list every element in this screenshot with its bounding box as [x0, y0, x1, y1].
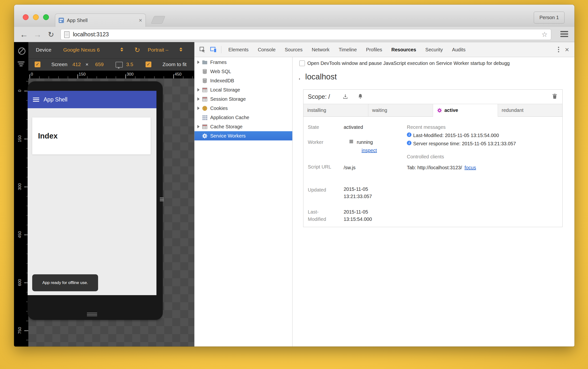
tab-console[interactable]: Console [253, 42, 280, 57]
lifecycle-active[interactable]: active [433, 104, 498, 117]
zoom-to-fit-label: Zoom to fit [163, 62, 186, 67]
profile-label: Person 1 [539, 15, 559, 20]
lifecycle-installing[interactable]: installing [303, 104, 368, 117]
dpr-field[interactable]: 3.5 [126, 62, 133, 67]
state-label: State [308, 123, 319, 131]
lifecycle-waiting[interactable]: waiting [368, 104, 433, 117]
lifecycle-tabs: installing waiting active [303, 104, 562, 117]
orientation-spinner-icon[interactable] [179, 47, 182, 52]
sidebar-item-application-cache[interactable]: Application Cache [195, 113, 292, 122]
script-url-value: /sw.js [344, 164, 356, 171]
storage-table-icon [202, 96, 208, 102]
trash-icon[interactable] [551, 93, 558, 100]
sidebar-item-session-storage[interactable]: Session Storage [195, 94, 292, 104]
screen-checkbox[interactable]: ✓ [35, 62, 41, 67]
browser-tab[interactable]: App Shell × [55, 14, 146, 27]
inspect-element-icon[interactable] [198, 46, 206, 54]
lifecycle-label: installing [307, 108, 326, 113]
screen-width-field[interactable]: 412 [72, 62, 81, 67]
forward-icon[interactable]: → [33, 27, 42, 42]
page-icon [64, 31, 70, 38]
sidebar-item-indexeddb[interactable]: IndexedDB [195, 76, 292, 85]
lifecycle-redundant[interactable]: redundant [498, 104, 563, 117]
sidebar-item-web-sql[interactable]: Web SQL [195, 67, 292, 76]
window-content: 0 150 300 450 600 750 Device Google Nexu… [14, 42, 574, 347]
updated-value: 2015-11-05 13:21:33.057 [344, 185, 387, 200]
devtools-menu-icon[interactable] [558, 46, 559, 53]
devtools-body: Frames Web SQL IndexedDB [195, 57, 574, 347]
media-queries-icon[interactable] [18, 62, 24, 67]
storage-table-icon [202, 87, 208, 93]
emulation-left-strip: 0 150 300 450 600 750 [14, 42, 28, 347]
sidebar-item-service-workers[interactable]: Service Workers [195, 131, 292, 140]
worker-status: running [357, 138, 373, 146]
disclosure-triangle-icon[interactable] [197, 97, 202, 101]
tab-close-icon[interactable]: × [139, 17, 142, 23]
chrome-menu-icon[interactable] [560, 31, 568, 38]
sidebar-item-frames[interactable]: Frames [195, 58, 292, 67]
zoom-to-fit-checkbox[interactable]: ✓ [145, 62, 151, 67]
profile-button[interactable]: Person 1 [534, 12, 565, 23]
sidebar-item-cookies[interactable]: Cookies [195, 104, 292, 113]
disclosure-triangle-icon[interactable] [197, 125, 202, 128]
h-ruler-label: 450 [175, 72, 181, 77]
device-resize-handle-icon[interactable] [160, 197, 164, 202]
tab-audits[interactable]: Audits [448, 42, 470, 57]
push-icon[interactable] [342, 93, 349, 100]
h-ruler-label: 150 [79, 72, 85, 77]
bell-icon[interactable] [357, 93, 363, 100]
v-ruler-label: 0 [17, 85, 22, 96]
device-model-select[interactable]: Google Nexus 6 [63, 47, 100, 53]
info-icon: i [407, 141, 412, 145]
device-bottom-handle-icon[interactable] [87, 312, 97, 317]
app-menu-icon[interactable] [33, 97, 39, 103]
bookmark-star-icon[interactable]: ☆ [542, 31, 547, 39]
orientation-select[interactable]: Portrait – [148, 47, 168, 53]
device-mode-icon[interactable] [209, 46, 218, 54]
sidebar-item-label: IndexedDB [210, 78, 234, 83]
tab-security[interactable]: Security [421, 42, 447, 57]
sidebar-item-cache-storage[interactable]: Cache Storage [195, 122, 292, 131]
rotate-icon[interactable]: ↻ [134, 46, 140, 54]
tab-profiles[interactable]: Profiles [361, 42, 387, 57]
inspect-link[interactable]: inspect [361, 148, 377, 153]
pause-on-start-checkbox[interactable] [299, 61, 305, 66]
url-bar[interactable]: localhost:3123 ☆ [61, 29, 551, 40]
emulation-toolbar-row2: ✓ Screen 412 × 659 3.5 ✓ Zoom to fit [28, 59, 194, 71]
focus-link[interactable]: focus [464, 164, 476, 171]
minimize-button[interactable] [33, 14, 39, 20]
back-icon[interactable]: ← [20, 27, 28, 42]
device-model-spinner-icon[interactable] [120, 47, 123, 52]
tab-resources[interactable]: Resources [387, 42, 421, 57]
page-heading: Index [38, 132, 58, 140]
devtools-close-icon[interactable]: × [565, 46, 569, 53]
browser-window: App Shell × Person 1 ← → ↻ localhost:312… [14, 5, 574, 347]
disclosure-triangle-icon[interactable] [197, 107, 202, 110]
tab-network[interactable]: Network [307, 42, 334, 57]
folder-icon [202, 59, 208, 65]
database-icon [202, 78, 208, 84]
screen-height-field[interactable]: 659 [95, 62, 104, 67]
disclosure-triangle-icon[interactable] [197, 88, 202, 92]
tab-timeline[interactable]: Timeline [334, 42, 361, 57]
tab-title: App Shell [67, 18, 139, 23]
devtools-tabbar: Elements Console Sources Network Timelin… [195, 42, 574, 57]
disable-overrides-icon[interactable] [18, 47, 25, 55]
worker-status-square-icon [350, 140, 353, 143]
new-tab-button[interactable] [151, 16, 165, 24]
sidebar-item-label: Cache Storage [210, 124, 242, 130]
tab-elements[interactable]: Elements [224, 42, 253, 57]
pause-on-start-label: Open DevTools window and pause JavaScrip… [307, 61, 510, 66]
reload-icon[interactable]: ↻ [48, 27, 54, 42]
zoom-button[interactable] [43, 14, 49, 20]
url-text[interactable]: localhost:3123 [73, 31, 542, 38]
pause-on-start-row: Open DevTools window and pause JavaScrip… [299, 61, 510, 66]
h-ruler-label: 0 [31, 72, 33, 77]
disclosure-triangle-icon[interactable] [197, 61, 202, 64]
tab-sources[interactable]: Sources [280, 42, 307, 57]
close-button[interactable] [23, 14, 29, 20]
app-bar: App Shell [28, 91, 156, 108]
sidebar-item-local-storage[interactable]: Local Storage [195, 85, 292, 94]
v-ruler-label: 300 [17, 181, 22, 192]
service-workers-view: Open DevTools window and pause JavaScrip… [293, 57, 574, 347]
